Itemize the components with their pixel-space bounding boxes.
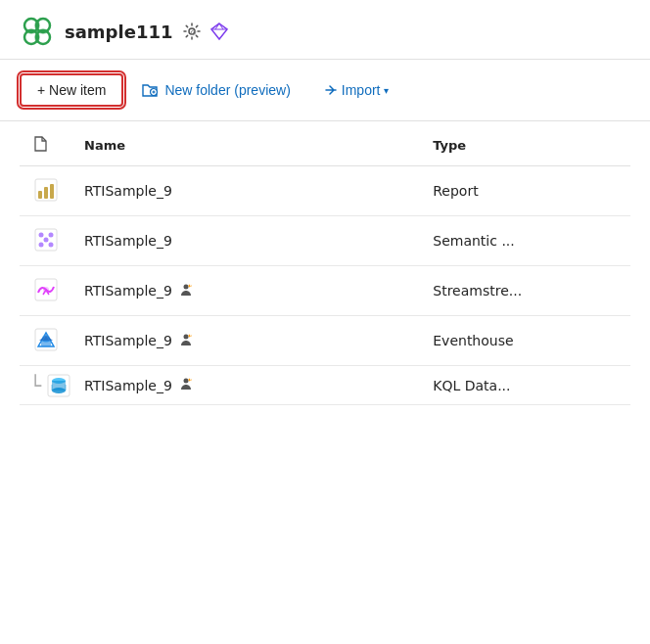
page-header: sample111 ⚙ xyxy=(0,0,650,60)
table-row: └ xyxy=(20,366,630,405)
items-table: Name Type xyxy=(20,125,630,405)
svg-point-7 xyxy=(38,28,48,34)
row-type-cell: Eventhouse xyxy=(421,316,630,366)
toolbar: + New item New folder (preview) Import ▾ xyxy=(0,60,650,120)
kql-database-icon xyxy=(45,372,72,399)
workspace-title: sample111 xyxy=(65,22,172,42)
row-type-cell: Streamstre... xyxy=(421,266,630,316)
item-name: RTISample_9 ! xyxy=(84,332,409,350)
table-row: RTISample_9 ! Eventhouse xyxy=(20,316,630,366)
import-button[interactable]: Import ▾ xyxy=(308,75,403,105)
row-name-cell: RTISample_9 xyxy=(72,166,421,216)
svg-point-36 xyxy=(183,334,188,339)
row-type-cell: Report xyxy=(421,166,630,216)
item-name: RTISample_9 ! xyxy=(84,376,409,394)
row-type-cell: Semantic ... xyxy=(421,216,630,266)
eventhouse-icon xyxy=(32,326,60,353)
import-label: Import xyxy=(342,82,381,98)
row-icon-cell xyxy=(20,216,72,266)
svg-point-5 xyxy=(34,32,40,42)
row-type-cell: KQL Data... xyxy=(421,366,630,405)
item-name-text: RTISample_9 xyxy=(84,333,172,348)
row-name-cell: RTISample_9 xyxy=(72,216,421,266)
row-icon-cell: └ xyxy=(20,366,72,405)
svg-marker-10 xyxy=(211,23,227,39)
toolbar-divider xyxy=(0,120,650,121)
row-icon-cell xyxy=(20,266,72,316)
item-name: RTISample_9 xyxy=(84,183,409,199)
new-item-button[interactable]: + New item xyxy=(20,73,123,107)
svg-point-26 xyxy=(44,238,49,243)
item-name-text: RTISample_9 xyxy=(84,183,172,199)
table-row: RTISample_9 Semantic ... xyxy=(20,216,630,266)
document-col-icon xyxy=(31,135,49,153)
import-icon xyxy=(322,82,338,98)
warning-badge-icon: ! xyxy=(178,376,194,394)
row-icon-cell xyxy=(20,166,72,216)
svg-rect-34 xyxy=(41,341,51,346)
new-folder-icon xyxy=(141,81,159,99)
table-row: RTISample_9 ! Streamstre... xyxy=(20,266,630,316)
eventstream-icon xyxy=(32,276,60,303)
row-name-cell: RTISample_9 ! xyxy=(72,366,421,405)
table-header-row: Name Type xyxy=(20,125,630,166)
svg-text:!: ! xyxy=(189,282,192,289)
svg-rect-18 xyxy=(38,191,42,199)
new-folder-button[interactable]: New folder (preview) xyxy=(127,74,303,106)
svg-point-25 xyxy=(49,243,54,248)
col-type-header: Type xyxy=(421,125,630,166)
svg-text:⚙: ⚙ xyxy=(190,28,197,37)
svg-point-42 xyxy=(52,388,66,393)
svg-text:!: ! xyxy=(189,332,192,339)
svg-rect-19 xyxy=(44,187,48,199)
row-name-cell: RTISample_9 ! xyxy=(72,266,421,316)
item-name: RTISample_9 xyxy=(84,233,409,249)
item-name: RTISample_9 ! xyxy=(84,282,409,300)
table-row: RTISample_9 Report xyxy=(20,166,630,216)
row-icon-cell xyxy=(20,316,72,366)
import-chevron-icon: ▾ xyxy=(384,85,389,96)
col-name-header: Name xyxy=(72,125,421,166)
warning-badge-icon: ! xyxy=(178,332,194,350)
header-action-icons: ⚙ xyxy=(182,22,229,41)
svg-point-23 xyxy=(49,233,54,238)
svg-rect-20 xyxy=(50,184,54,199)
semantic-model-icon xyxy=(32,226,60,253)
col-icon xyxy=(20,125,72,166)
svg-point-4 xyxy=(34,21,40,30)
new-folder-label: New folder (preview) xyxy=(164,82,290,98)
report-icon xyxy=(32,176,60,204)
item-name-text: RTISample_9 xyxy=(84,378,172,393)
items-list-area: Name Type xyxy=(0,125,650,405)
svg-text:!: ! xyxy=(189,376,192,383)
settings-icon[interactable]: ⚙ xyxy=(182,22,202,41)
warning-badge-icon: ! xyxy=(178,282,194,300)
item-name-text: RTISample_9 xyxy=(84,283,172,299)
premium-icon[interactable] xyxy=(209,22,229,41)
svg-point-22 xyxy=(39,233,44,238)
svg-point-29 xyxy=(183,284,188,289)
tree-indent-icon: └ xyxy=(29,376,41,395)
svg-point-24 xyxy=(39,243,44,248)
item-name-text: RTISample_9 xyxy=(84,233,172,249)
svg-point-46 xyxy=(183,379,188,384)
row-name-cell: RTISample_9 ! xyxy=(72,316,421,366)
svg-point-6 xyxy=(26,28,36,34)
fabric-logo-icon xyxy=(20,14,55,49)
